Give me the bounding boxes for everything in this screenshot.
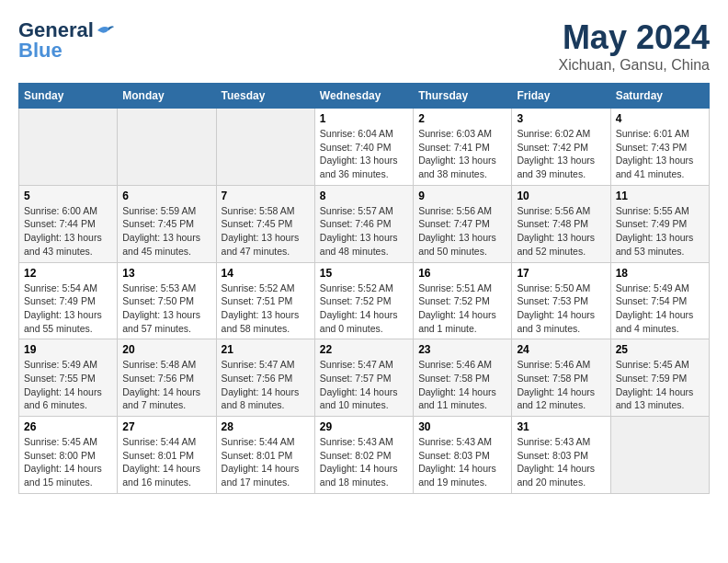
table-row: 13Sunrise: 5:53 AM Sunset: 7:50 PM Dayli… [118,262,216,339]
day-info: Sunrise: 5:51 AM Sunset: 7:52 PM Dayligh… [418,282,506,336]
day-number: 11 [616,190,704,202]
table-row: 11Sunrise: 5:55 AM Sunset: 7:49 PM Dayli… [610,185,709,262]
table-row: 22Sunrise: 5:47 AM Sunset: 7:57 PM Dayli… [314,339,413,417]
day-number: 16 [418,267,506,280]
day-info: Sunrise: 5:46 AM Sunset: 7:58 PM Dayligh… [517,358,605,412]
day-number: 2 [418,112,506,125]
title-area: May 2024 Xichuan, Gansu, China [558,18,710,74]
day-number: 20 [122,343,210,356]
day-info: Sunrise: 5:49 AM Sunset: 7:54 PM Dayligh… [616,282,704,336]
table-row: 16Sunrise: 5:51 AM Sunset: 7:52 PM Dayli… [414,262,512,339]
day-info: Sunrise: 5:56 AM Sunset: 7:48 PM Dayligh… [517,204,605,259]
day-number: 30 [418,420,506,433]
header-friday: Friday [512,84,610,109]
day-number: 17 [517,267,605,280]
table-row [118,109,216,186]
day-info: Sunrise: 5:44 AM Sunset: 8:01 PM Dayligh… [222,435,310,489]
day-number: 1 [320,112,408,125]
day-number: 21 [222,343,310,356]
table-row: 23Sunrise: 5:46 AM Sunset: 7:58 PM Dayli… [414,339,512,417]
header-tuesday: Tuesday [216,84,314,109]
day-number: 15 [320,267,408,280]
month-title: May 2024 [558,18,710,57]
day-info: Sunrise: 5:55 AM Sunset: 7:49 PM Dayligh… [616,204,704,259]
table-row: 17Sunrise: 5:50 AM Sunset: 7:53 PM Dayli… [512,262,610,339]
table-row: 24Sunrise: 5:46 AM Sunset: 7:58 PM Dayli… [512,339,610,417]
table-row: 20Sunrise: 5:48 AM Sunset: 7:56 PM Dayli… [118,339,216,417]
day-number: 28 [222,420,310,433]
day-number: 22 [320,343,408,356]
day-info: Sunrise: 5:57 AM Sunset: 7:46 PM Dayligh… [320,204,408,259]
day-number: 26 [24,420,112,433]
calendar-table: Sunday Monday Tuesday Wednesday Thursday… [18,83,710,494]
day-info: Sunrise: 5:46 AM Sunset: 7:58 PM Dayligh… [418,358,506,412]
day-info: Sunrise: 5:49 AM Sunset: 7:55 PM Dayligh… [24,358,112,412]
header-wednesday: Wednesday [314,84,413,109]
week-row-2: 5Sunrise: 6:00 AM Sunset: 7:44 PM Daylig… [19,185,710,262]
table-row: 10Sunrise: 5:56 AM Sunset: 7:48 PM Dayli… [512,185,610,262]
table-row [610,417,709,494]
day-number: 13 [122,267,210,280]
day-info: Sunrise: 5:45 AM Sunset: 7:59 PM Dayligh… [616,358,704,412]
day-info: Sunrise: 5:50 AM Sunset: 7:53 PM Dayligh… [517,282,605,336]
day-info: Sunrise: 5:56 AM Sunset: 7:47 PM Dayligh… [418,204,506,259]
day-number: 3 [517,112,605,125]
header-saturday: Saturday [610,84,709,109]
day-number: 18 [616,267,704,280]
header-sunday: Sunday [19,84,118,109]
day-info: Sunrise: 5:59 AM Sunset: 7:45 PM Dayligh… [122,204,210,259]
day-number: 29 [320,420,408,433]
table-row: 4Sunrise: 6:01 AM Sunset: 7:43 PM Daylig… [610,109,709,186]
day-number: 25 [616,343,704,356]
table-row: 29Sunrise: 5:43 AM Sunset: 8:02 PM Dayli… [314,417,413,494]
day-info: Sunrise: 6:00 AM Sunset: 7:44 PM Dayligh… [24,204,112,259]
day-info: Sunrise: 5:52 AM Sunset: 7:52 PM Dayligh… [320,282,408,336]
day-info: Sunrise: 5:47 AM Sunset: 7:56 PM Dayligh… [222,358,310,412]
table-row: 8Sunrise: 5:57 AM Sunset: 7:46 PM Daylig… [314,185,413,262]
logo-blue: Blue [18,39,63,63]
table-row: 3Sunrise: 6:02 AM Sunset: 7:42 PM Daylig… [512,109,610,186]
week-row-5: 26Sunrise: 5:45 AM Sunset: 8:00 PM Dayli… [19,417,710,494]
table-row: 12Sunrise: 5:54 AM Sunset: 7:49 PM Dayli… [19,262,118,339]
day-number: 8 [320,190,408,202]
table-row [216,109,314,186]
day-info: Sunrise: 5:45 AM Sunset: 8:00 PM Dayligh… [24,435,112,489]
table-row: 25Sunrise: 5:45 AM Sunset: 7:59 PM Dayli… [610,339,709,417]
day-number: 5 [24,190,112,202]
day-info: Sunrise: 5:54 AM Sunset: 7:49 PM Dayligh… [24,282,112,336]
week-row-1: 1Sunrise: 6:04 AM Sunset: 7:40 PM Daylig… [19,109,710,186]
table-row: 7Sunrise: 5:58 AM Sunset: 7:45 PM Daylig… [216,185,314,262]
logo: General Blue [18,18,116,63]
table-row: 15Sunrise: 5:52 AM Sunset: 7:52 PM Dayli… [314,262,413,339]
table-row: 28Sunrise: 5:44 AM Sunset: 8:01 PM Dayli… [216,417,314,494]
table-row: 21Sunrise: 5:47 AM Sunset: 7:56 PM Dayli… [216,339,314,417]
day-info: Sunrise: 5:43 AM Sunset: 8:02 PM Dayligh… [320,435,408,489]
logo-bird-icon [96,23,116,38]
day-number: 7 [222,190,310,202]
day-number: 14 [222,267,310,280]
weekday-header-row: Sunday Monday Tuesday Wednesday Thursday… [19,84,710,109]
page-header: General Blue May 2024 Xichuan, Gansu, Ch… [18,18,710,74]
header-monday: Monday [118,84,216,109]
day-number: 10 [517,190,605,202]
day-info: Sunrise: 5:43 AM Sunset: 8:03 PM Dayligh… [418,435,506,489]
table-row [19,109,118,186]
table-row: 14Sunrise: 5:52 AM Sunset: 7:51 PM Dayli… [216,262,314,339]
table-row: 6Sunrise: 5:59 AM Sunset: 7:45 PM Daylig… [118,185,216,262]
day-number: 6 [122,190,210,202]
table-row: 5Sunrise: 6:00 AM Sunset: 7:44 PM Daylig… [19,185,118,262]
table-row: 30Sunrise: 5:43 AM Sunset: 8:03 PM Dayli… [414,417,512,494]
day-number: 19 [24,343,112,356]
table-row: 1Sunrise: 6:04 AM Sunset: 7:40 PM Daylig… [314,109,413,186]
location-title: Xichuan, Gansu, China [558,57,710,74]
day-info: Sunrise: 6:04 AM Sunset: 7:40 PM Dayligh… [320,127,408,181]
table-row: 27Sunrise: 5:44 AM Sunset: 8:01 PM Dayli… [118,417,216,494]
table-row: 18Sunrise: 5:49 AM Sunset: 7:54 PM Dayli… [610,262,709,339]
day-info: Sunrise: 5:43 AM Sunset: 8:03 PM Dayligh… [517,435,605,489]
day-info: Sunrise: 6:03 AM Sunset: 7:41 PM Dayligh… [418,127,506,181]
day-info: Sunrise: 5:44 AM Sunset: 8:01 PM Dayligh… [122,435,210,489]
day-number: 24 [517,343,605,356]
day-info: Sunrise: 6:02 AM Sunset: 7:42 PM Dayligh… [517,127,605,181]
day-info: Sunrise: 6:01 AM Sunset: 7:43 PM Dayligh… [616,127,704,181]
day-number: 12 [24,267,112,280]
